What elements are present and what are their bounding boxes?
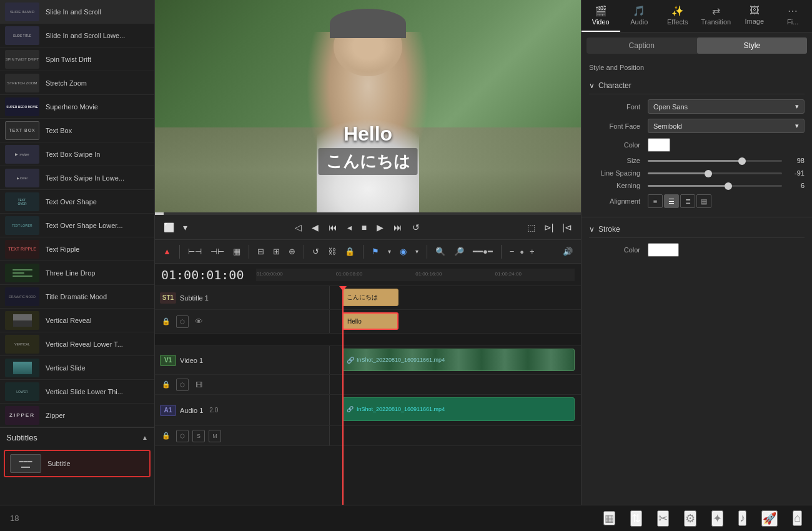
effect-text-box[interactable]: TEXT BOX Text Box [0,119,154,142]
prev-frame-btn[interactable]: ◀ [309,221,321,234]
color-menu-btn[interactable]: ▾ [412,246,422,257]
effect-spin-twist[interactable]: SPIN TWIST DRIFT Spin Twist Drift [0,47,154,71]
track-lock-btn[interactable]: 🔒 [160,315,172,328]
tracks-scroll[interactable]: ST1 Subtitle 1 こんにちは 🔒 ⬡ [155,286,581,505]
audio-btn[interactable]: 🔊 [560,245,576,258]
align-left-btn[interactable]: ≡ [648,194,663,208]
line-spacing-slider[interactable] [648,172,782,174]
tab-image[interactable]: 🖼 Image [735,0,774,32]
kerning-thumb[interactable] [725,182,732,190]
zoom-plus-btn[interactable]: + [527,245,538,258]
split-tool-btn[interactable]: ⊞ [270,245,283,258]
zoom-out-btn2[interactable]: 🔎 [451,245,467,258]
tab-video[interactable]: 🎬 Video [582,0,620,32]
marker-btn[interactable]: ⚑ [369,245,382,258]
color-btn[interactable]: ◉ [397,245,410,258]
effect-vertical-reveal-lower[interactable]: VERTICAL Vertical Reveal Lower T... [0,332,154,356]
bottom-export-btn[interactable]: 🚀 [761,510,778,527]
bottom-music-btn[interactable]: ♪ [738,510,746,526]
tab-effects[interactable]: ✨ Effects [658,0,697,32]
video-progress-bar[interactable] [155,212,581,215]
stroke-color-swatch[interactable] [648,243,679,257]
effect-title-dramatic[interactable]: DRAMATIC MOOD Title Dramatic Mood [0,285,154,309]
audio-s-btn[interactable]: S [192,430,205,442]
subtitle-clip-hello[interactable]: Hello [342,312,399,330]
video-clip[interactable]: 🔗 InShot_20220810_160911661.mp4 [342,349,575,371]
track-eye-btn[interactable]: 👁 [192,315,205,328]
font-dropdown[interactable]: Open Sans ▾ [648,99,805,114]
marker-menu-btn[interactable]: ▾ [385,246,394,257]
effect-slide-in-scroll[interactable]: SLIDE IN AND Slide In and Scroll [0,0,154,24]
subtitle-clip-japanese[interactable]: こんにちは [342,289,399,306]
align-right-btn[interactable]: ≣ [680,194,695,208]
kerning-slider[interactable] [648,185,782,187]
zoom-slider-btn[interactable]: ━━●━ [470,245,496,258]
lock-btn[interactable]: 🔒 [342,245,358,258]
effect-text-over-shape-lower[interactable]: TEXT LOWER Text Over Shape Lower... [0,214,154,237]
razor-tool-btn[interactable]: ⊟ [254,245,267,258]
audio-m-btn[interactable]: M [209,430,221,442]
mark-out-btn[interactable]: |⊲ [560,221,575,234]
bottom-effects-btn[interactable]: ✦ [711,510,723,527]
audio-clip[interactable]: 🔗 InShot_20220810_160911661.mp4 [342,397,575,421]
subtitle-track-clips[interactable]: こんにちは [330,286,581,309]
size-slider[interactable] [648,160,782,162]
unlink-btn[interactable]: ⛓ [325,245,339,258]
loop-end-btn[interactable]: ⊳| [542,221,557,234]
bottom-edit-btn[interactable]: ⇅ [630,510,642,527]
play-btn[interactable]: ▶ [374,221,386,234]
color-swatch[interactable] [648,138,670,152]
next-edit-btn[interactable]: ↺ [410,221,422,234]
transport-menu-btn[interactable]: ▾ [181,221,190,234]
edit-tool-btn[interactable]: ▦ [230,245,244,258]
bottom-home-btn[interactable]: ⌂ [793,510,802,526]
play-back-btn[interactable]: ◂ [345,221,354,234]
bottom-grid-btn[interactable]: ▦ [603,511,615,525]
audio-source-btn[interactable]: ⬡ [176,430,189,442]
effect-text-ripple[interactable]: TEXT RIPPLE Text Ripple [0,237,154,261]
track-source-btn[interactable]: ⬡ [176,315,189,328]
prev-edit-btn[interactable]: ◁ [292,221,304,234]
select-tool-btn[interactable]: ▲ [160,245,174,258]
trim-tool-btn[interactable]: ⊢⊣ [185,245,205,258]
slip-tool-btn[interactable]: ⊣⊢ [207,245,227,258]
skip-back-btn[interactable]: ⏮ [326,221,340,234]
effect-text-box-swipe-lower[interactable]: ▶ lower Text Box Swipe In Lowe... [0,166,154,190]
link-btn[interactable]: ↺ [309,245,322,258]
effect-vertical-slide[interactable]: Vertical Slide [0,356,154,380]
tab-transition[interactable]: ⇄ Transition [697,0,736,32]
subtitles-section-header[interactable]: Subtitles ▲ [0,427,154,447]
skip-fwd-btn[interactable]: ⏭ [391,221,405,234]
tab-audio[interactable]: 🎵 Audio [620,0,659,32]
bottom-cut-btn[interactable]: ✂ [657,510,669,527]
effect-vertical-reveal[interactable]: Vertical Reveal [0,309,154,332]
subtitle-item[interactable]: ▬▬▬▬▬ Subtitle [4,450,151,477]
stop-btn[interactable]: ■ [359,221,369,234]
zoom-minus-btn[interactable]: − [507,245,518,258]
effect-text-box-swipe[interactable]: ▶ swipe Text Box Swipe In [0,142,154,166]
video-lock-btn[interactable]: 🔒 [160,379,172,391]
caption-tab[interactable]: Caption [587,37,697,54]
video-film-btn[interactable]: 🎞 [192,379,205,391]
effect-vertical-slide-lower[interactable]: LOWER Vertical Slide Lower Thi... [0,380,154,404]
effect-three-line[interactable]: Three Line Drop [0,261,154,285]
effect-slide-in-scroll-lower[interactable]: SLIDE TITLE Slide In and Scroll Lowe... [0,24,154,47]
bottom-adjust-btn[interactable]: ⚙ [684,510,696,527]
audio-track-clips[interactable]: 🔗 InShot_20220810_160911661.mp4 [330,395,581,425]
size-slider-thumb[interactable] [738,157,746,165]
effect-stretch-zoom[interactable]: STRETCH ZOOM Stretch Zoom [0,71,154,95]
magnify-btn[interactable]: 🔍 [432,245,448,258]
line-spacing-thumb[interactable] [705,170,712,177]
subtitle-track-clips2[interactable]: Hello [330,310,581,333]
tab-more[interactable]: ⋯ Fi... [774,0,813,32]
video-source-btn[interactable]: ⬡ [176,379,189,391]
effect-text-over-shape[interactable]: TEXTOVER Text Over Shape [0,190,154,214]
style-tab[interactable]: Style [697,37,808,54]
effect-superhero[interactable]: SUPER HERO MOVIE Superhero Movie [0,95,154,119]
align-justify-btn[interactable]: ▤ [696,194,711,208]
effect-zipper[interactable]: ZIPPER Zipper [0,404,154,427]
safe-area-btn[interactable]: ⬚ [525,221,538,234]
align-center-btn[interactable]: ☰ [664,194,679,208]
video-track-clips[interactable]: 🔗 InShot_20220810_160911661.mp4 [330,346,581,374]
audio-lock-btn[interactable]: 🔒 [160,430,172,442]
